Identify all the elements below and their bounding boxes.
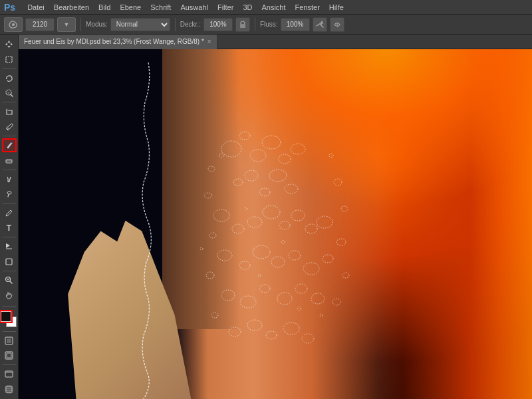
tool-hand[interactable] — [2, 288, 17, 302]
pressure-btn[interactable] — [330, 17, 344, 32]
sep2 — [175, 18, 176, 31]
flow-input[interactable] — [281, 18, 310, 31]
sep1 — [80, 18, 81, 31]
tool-dodge[interactable] — [2, 187, 17, 201]
mode-label: Modus: — [86, 21, 108, 28]
tab-title: Feuer und Eis by MDl.psd bei 23,3% (Fros… — [24, 38, 204, 45]
tab-bar: Feuer und Eis by MDl.psd bei 23,3% (Fros… — [19, 35, 532, 49]
svg-rect-24 — [6, 386, 12, 392]
menu-datei[interactable]: Datei — [27, 3, 45, 11]
canvas-area[interactable]: Feuer und Eis by MDl.psd bei 23,3% (Fros… — [19, 35, 532, 399]
svg-line-6 — [11, 94, 13, 96]
svg-point-11 — [7, 192, 11, 194]
svg-point-2 — [321, 21, 323, 23]
menu-ebene[interactable]: Ebene — [120, 3, 141, 11]
svg-rect-22 — [5, 371, 13, 377]
menu-filter[interactable]: Filter — [217, 3, 233, 11]
tool-marquee-rect[interactable] — [2, 52, 17, 66]
document-area: + — [0, 35, 532, 399]
brush-options-btn[interactable]: ▼ — [57, 17, 76, 32]
tool-move[interactable] — [2, 37, 17, 51]
canvas-image[interactable] — [19, 49, 532, 399]
svg-point-0 — [12, 23, 15, 26]
brush-preset-picker[interactable] — [4, 17, 23, 32]
canvas-left-arm — [162, 49, 239, 329]
svg-rect-1 — [240, 24, 245, 28]
svg-rect-19 — [7, 338, 11, 343]
tool-zoom[interactable] — [2, 273, 17, 287]
blend-mode-select[interactable]: Normal Aufhellen Abdunkeln Multipliziere… — [110, 18, 170, 31]
quick-mask-on[interactable] — [2, 348, 17, 362]
svg-line-8 — [7, 128, 9, 130]
tools-panel: + — [0, 35, 19, 399]
tool-eyedropper[interactable] — [2, 120, 17, 134]
screen-mode-btn[interactable] — [2, 367, 17, 381]
brush-size-input[interactable] — [25, 18, 55, 31]
opacity-label: Deckr.: — [180, 21, 201, 28]
menu-ansicht[interactable]: Ansicht — [261, 3, 285, 11]
menu-3d[interactable]: 3D — [243, 3, 252, 11]
app-logo: Ps — [4, 2, 15, 13]
foreground-color-swatch[interactable] — [1, 311, 11, 322]
menu-fenster[interactable]: Fenster — [295, 3, 320, 11]
options-toolbar: ▼ Modus: Normal Aufhellen Abdunkeln Mult… — [0, 15, 532, 35]
tool-quick-select[interactable]: + — [2, 86, 17, 100]
svg-rect-4 — [6, 57, 12, 63]
quick-mask-off[interactable] — [2, 334, 17, 348]
menu-bearbeiten[interactable]: Bearbeiten — [54, 3, 89, 11]
flow-label: Fluss: — [260, 21, 278, 28]
tool-path-select[interactable] — [2, 239, 17, 253]
svg-text:+: + — [7, 90, 9, 94]
airbrush-toggle[interactable] — [313, 17, 327, 32]
menu-bild[interactable]: Bild — [98, 3, 110, 11]
document-tab[interactable]: Feuer und Eis by MDl.psd bei 23,3% (Fros… — [19, 35, 217, 49]
menu-schrift[interactable]: Schrift — [150, 3, 171, 11]
color-swatches-area — [1, 311, 18, 329]
svg-line-15 — [10, 281, 12, 283]
svg-line-12 — [8, 194, 9, 197]
tab-close-btn[interactable]: × — [207, 38, 211, 45]
tool-crop[interactable] — [2, 104, 17, 118]
menu-auswahl[interactable]: Auswahl — [180, 3, 208, 11]
sep3 — [255, 18, 255, 31]
tool-text[interactable]: T — [2, 221, 17, 235]
tool-shape[interactable] — [2, 255, 17, 269]
tool-rubber[interactable] — [2, 153, 17, 167]
menu-hilfe[interactable]: Hilfe — [329, 3, 344, 11]
tool-lasso[interactable] — [2, 71, 17, 85]
opacity-lock-btn[interactable] — [235, 17, 250, 32]
menu-bar: Ps Datei Bearbeiten Bild Ebene Schrift A… — [0, 0, 532, 15]
tool-pen[interactable] — [2, 206, 17, 220]
opacity-input[interactable] — [203, 18, 233, 31]
tool-smudge[interactable] — [2, 172, 17, 186]
artboard-btn[interactable] — [2, 382, 17, 396]
svg-rect-9 — [6, 160, 12, 163]
tool-brush[interactable] — [2, 138, 17, 152]
svg-rect-13 — [6, 259, 12, 265]
